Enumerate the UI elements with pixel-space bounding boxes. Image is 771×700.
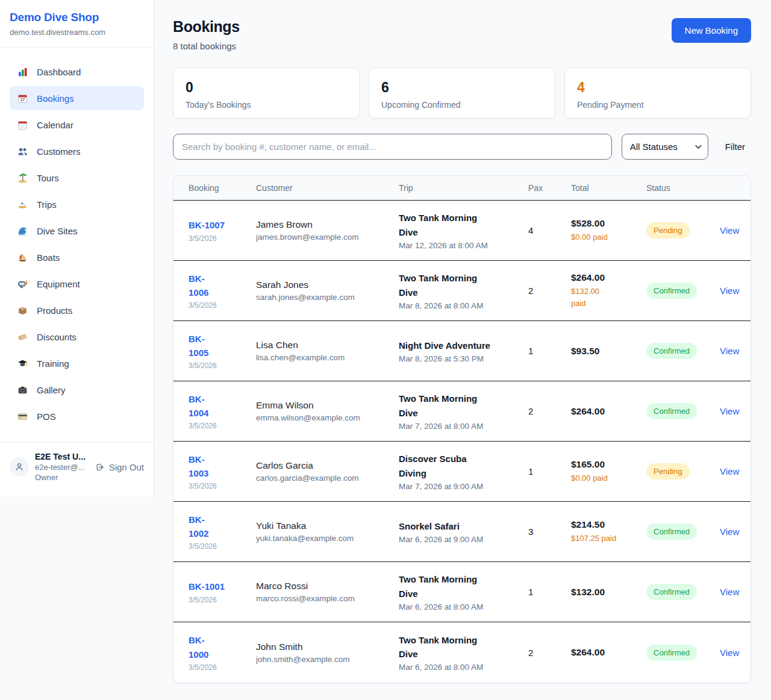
view-link[interactable]: View bbox=[720, 217, 751, 244]
booking-date: 3/5/2026 bbox=[189, 301, 250, 310]
stat-label: Today's Bookings bbox=[186, 100, 347, 110]
sidebar-item-label: Calendar bbox=[37, 120, 73, 130]
booking-date: 3/5/2026 bbox=[189, 596, 250, 604]
trip-name: Two Tank Morning Dive bbox=[399, 572, 522, 601]
customer-cell: Emma Wilson emma.wilson@example.com bbox=[256, 392, 399, 431]
total-amount: $264.00 bbox=[571, 406, 640, 417]
search-input[interactable] bbox=[173, 134, 612, 160]
booking-id-link[interactable]: BK- 1004 bbox=[189, 392, 250, 420]
sidebar-item-label: Dashboard bbox=[37, 67, 81, 77]
sidebar-item-tours[interactable]: Tours bbox=[10, 166, 144, 190]
main-content: Bookings 8 total bookings New Booking 0T… bbox=[154, 0, 771, 700]
booking-id-link[interactable]: BK-1001 bbox=[189, 580, 250, 593]
trip-datetime: Mar 6, 2026 at 8:00 AM bbox=[399, 602, 522, 611]
pax-count: 1 bbox=[528, 337, 571, 364]
sidebar-item-gallery[interactable]: Gallery bbox=[10, 378, 144, 402]
tag-icon bbox=[17, 332, 28, 342]
trip-name: Discover Scuba Diving bbox=[399, 452, 522, 480]
sidebar-item-training[interactable]: Training bbox=[10, 351, 144, 375]
sidebar-item-customers[interactable]: Customers bbox=[10, 139, 144, 163]
sidebar-item-boats[interactable]: Boats bbox=[10, 245, 144, 269]
booking-date: 3/5/2026 bbox=[189, 361, 250, 370]
trip-datetime: Mar 7, 2026 at 8:00 AM bbox=[399, 422, 522, 431]
trip-cell: Discover Scuba Diving Mar 7, 2026 at 9:0… bbox=[399, 443, 528, 499]
view-link[interactable]: View bbox=[720, 578, 751, 605]
booking-id-link[interactable]: BK- 1000 bbox=[189, 633, 250, 661]
view-link[interactable]: View bbox=[720, 518, 751, 545]
customer-cell: Marco Rossi marco.rossi@example.com bbox=[256, 572, 399, 611]
booking-cell: BK- 1002 3/5/2026 bbox=[189, 504, 256, 560]
sidebar-item-dive-sites[interactable]: Dive Sites bbox=[10, 219, 144, 243]
island-icon bbox=[17, 173, 28, 183]
view-link[interactable]: View bbox=[720, 458, 751, 485]
trip-cell: Two Tank Morning Dive Mar 7, 2026 at 8:0… bbox=[399, 383, 528, 439]
pax-count: 1 bbox=[528, 578, 571, 605]
page-title-block: Bookings 8 total bookings bbox=[173, 18, 240, 51]
booking-id-link[interactable]: BK- 1003 bbox=[189, 452, 250, 481]
booking-id-link[interactable]: BK-1007 bbox=[189, 218, 250, 232]
sailboat-icon bbox=[17, 252, 28, 263]
table-row: BK-1007 3/5/2026 James Brown james.brown… bbox=[173, 201, 751, 261]
sidebar-item-pos[interactable]: POS bbox=[10, 404, 144, 428]
paid-amount: $132.00 paid bbox=[571, 286, 640, 309]
trip-datetime: Mar 8, 2026 at 5:30 PM bbox=[399, 354, 522, 363]
customer-name: Sarah Jones bbox=[256, 280, 393, 290]
new-booking-button[interactable]: New Booking bbox=[672, 18, 751, 43]
user-role: Owner bbox=[35, 473, 89, 482]
column-header-customer: Customer bbox=[256, 183, 399, 193]
view-link[interactable]: View bbox=[720, 398, 751, 425]
sidebar-item-products[interactable]: Products bbox=[10, 298, 144, 322]
sidebar-item-trips[interactable]: Trips bbox=[10, 192, 144, 216]
customer-name: James Brown bbox=[256, 219, 393, 230]
sign-out-icon bbox=[95, 462, 105, 472]
user-info: E2E Test U... e2e-tester@... Owner bbox=[35, 452, 89, 482]
sidebar-item-discounts[interactable]: Discounts bbox=[10, 325, 144, 349]
stats-row: 0Today's Bookings6Upcoming Confirmed4Pen… bbox=[173, 67, 751, 119]
pax-count: 4 bbox=[528, 217, 571, 244]
table-row: BK- 1005 3/5/2026 Lisa Chen lisa.chen@ex… bbox=[173, 321, 751, 381]
booking-date: 3/5/2026 bbox=[189, 234, 250, 243]
island-icon bbox=[17, 172, 28, 184]
status-select[interactable]: All Statuses bbox=[622, 134, 708, 160]
view-link[interactable]: View bbox=[720, 337, 751, 364]
tag-icon bbox=[17, 331, 28, 343]
table-row: BK-1001 3/5/2026 Marco Rossi marco.rossi… bbox=[173, 562, 751, 622]
table-row: BK- 1006 3/5/2026 Sarah Jones sarah.jone… bbox=[173, 261, 751, 321]
sidebar-item-label: POS bbox=[37, 411, 56, 422]
filter-button[interactable]: Filter bbox=[718, 142, 751, 152]
status-cell: Confirmed bbox=[646, 575, 720, 608]
booking-cell: BK- 1005 3/5/2026 bbox=[189, 323, 256, 379]
status-cell: Pending bbox=[646, 214, 720, 247]
pax-count: 1 bbox=[528, 458, 571, 485]
brand-name: Demo Dive Shop bbox=[10, 11, 144, 24]
booking-cell: BK- 1006 3/5/2026 bbox=[189, 263, 256, 319]
stat-label: Pending Payment bbox=[577, 100, 738, 110]
sign-out-button[interactable]: Sign Out bbox=[95, 462, 144, 472]
view-link[interactable]: View bbox=[720, 639, 751, 666]
brand-domain: demo.test.divestreams.com bbox=[10, 28, 144, 37]
customer-cell: Carlos Garcia carlos.garcia@example.com bbox=[256, 452, 399, 491]
column-header-booking: Booking bbox=[189, 183, 256, 193]
stat-card: 4Pending Payment bbox=[564, 67, 751, 119]
trip-name: Night Dive Adventure bbox=[399, 339, 522, 352]
booking-id-link[interactable]: BK- 1006 bbox=[189, 272, 250, 300]
trip-name: Two Tank Morning Dive bbox=[399, 633, 522, 661]
package-icon bbox=[17, 305, 28, 316]
sidebar-nav: Dashboard17BookingsCalendarCustomersTour… bbox=[0, 48, 154, 437]
customer-email: carlos.garcia@example.com bbox=[256, 473, 393, 483]
sidebar-item-bookings[interactable]: 17Bookings bbox=[10, 86, 144, 110]
sidebar-item-equipment[interactable]: Equipment bbox=[10, 272, 144, 296]
sidebar-item-dashboard[interactable]: Dashboard bbox=[10, 60, 144, 84]
booking-id-link[interactable]: BK- 1002 bbox=[189, 513, 250, 541]
view-link[interactable]: View bbox=[720, 277, 751, 304]
booking-id-link[interactable]: BK- 1005 bbox=[189, 332, 250, 360]
calendar-icon bbox=[17, 120, 28, 130]
bar-chart-icon bbox=[17, 67, 28, 77]
total-cell: $214.50 $107.25 paid bbox=[571, 511, 646, 553]
status-badge: Pending bbox=[646, 222, 690, 239]
sidebar-item-calendar[interactable]: Calendar bbox=[10, 113, 144, 137]
booking-cell: BK- 1000 3/5/2026 bbox=[189, 625, 256, 680]
person-icon bbox=[14, 462, 24, 472]
status-badge: Confirmed bbox=[646, 343, 697, 359]
pax-count: 2 bbox=[528, 277, 571, 304]
